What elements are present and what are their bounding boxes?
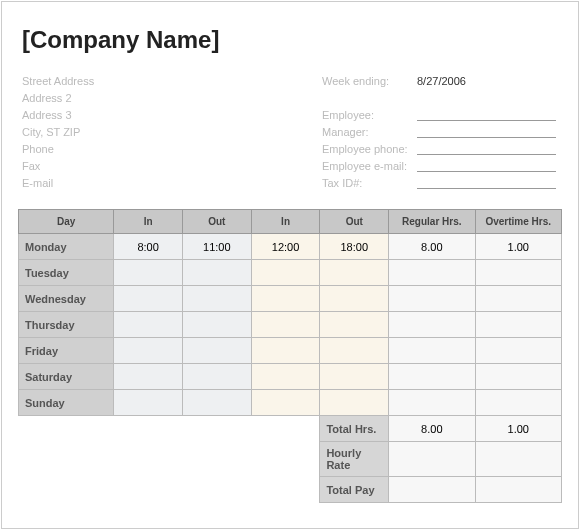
time-cell[interactable] bbox=[183, 260, 252, 286]
column-header: Day bbox=[19, 210, 114, 234]
time-cell[interactable] bbox=[114, 338, 183, 364]
time-cell[interactable] bbox=[114, 286, 183, 312]
address-line: Street Address bbox=[22, 72, 322, 89]
time-cell[interactable] bbox=[320, 286, 389, 312]
hours-cell[interactable]: 1.00 bbox=[475, 234, 561, 260]
hours-cell[interactable] bbox=[389, 260, 475, 286]
time-cell[interactable] bbox=[320, 312, 389, 338]
table-row: Saturday bbox=[19, 364, 562, 390]
time-cell[interactable] bbox=[320, 390, 389, 416]
column-header: Out bbox=[320, 210, 389, 234]
day-cell: Tuesday bbox=[19, 260, 114, 286]
timesheet-page: [Company Name] Street AddressAddress 2Ad… bbox=[1, 1, 579, 529]
time-cell[interactable] bbox=[251, 286, 320, 312]
meta-block: Week ending:8/27/2006Employee:Manager:Em… bbox=[322, 72, 562, 191]
meta-label: Employee phone: bbox=[322, 143, 417, 155]
hours-cell[interactable] bbox=[475, 338, 561, 364]
time-cell[interactable] bbox=[320, 364, 389, 390]
day-cell: Sunday bbox=[19, 390, 114, 416]
spacer-cell bbox=[114, 477, 183, 503]
address-line: Phone bbox=[22, 140, 322, 157]
hours-cell[interactable]: 8.00 bbox=[389, 234, 475, 260]
hours-cell[interactable] bbox=[475, 364, 561, 390]
time-cell[interactable]: 12:00 bbox=[251, 234, 320, 260]
time-cell[interactable] bbox=[251, 390, 320, 416]
address-line: Fax bbox=[22, 157, 322, 174]
meta-line: Employee: bbox=[322, 106, 562, 123]
column-header: In bbox=[251, 210, 320, 234]
spacer-cell bbox=[183, 477, 252, 503]
meta-line: Tax ID#: bbox=[322, 174, 562, 191]
time-cell[interactable] bbox=[183, 364, 252, 390]
meta-line: Manager: bbox=[322, 123, 562, 140]
column-header: Overtime Hrs. bbox=[475, 210, 561, 234]
input-underline[interactable] bbox=[417, 126, 556, 138]
table-row: Wednesday bbox=[19, 286, 562, 312]
summary-label: Total Hrs. bbox=[320, 416, 389, 442]
time-cell[interactable] bbox=[183, 338, 252, 364]
time-cell[interactable] bbox=[251, 260, 320, 286]
time-cell[interactable] bbox=[320, 338, 389, 364]
spacer-cell bbox=[183, 416, 252, 442]
summary-label: Total Pay bbox=[320, 477, 389, 503]
time-cell[interactable] bbox=[183, 312, 252, 338]
hours-cell[interactable] bbox=[475, 390, 561, 416]
hours-cell[interactable] bbox=[475, 312, 561, 338]
meta-label: Manager: bbox=[322, 126, 417, 138]
spacer-cell bbox=[19, 442, 114, 477]
summary-row: Total Pay bbox=[19, 477, 562, 503]
meta-label: Tax ID#: bbox=[322, 177, 417, 189]
meta-line: Employee phone: bbox=[322, 140, 562, 157]
time-cell[interactable] bbox=[251, 338, 320, 364]
summary-value[interactable] bbox=[475, 477, 561, 503]
spacer-cell bbox=[251, 442, 320, 477]
summary-value[interactable]: 1.00 bbox=[475, 416, 561, 442]
hours-cell[interactable] bbox=[475, 286, 561, 312]
time-cell[interactable] bbox=[114, 312, 183, 338]
input-underline[interactable] bbox=[417, 177, 556, 189]
spacer-cell bbox=[114, 442, 183, 477]
meta-label: Employee: bbox=[322, 109, 417, 121]
meta-line bbox=[322, 89, 562, 106]
input-underline[interactable] bbox=[417, 160, 556, 172]
time-cell[interactable]: 11:00 bbox=[183, 234, 252, 260]
summary-value[interactable] bbox=[389, 477, 475, 503]
spacer-cell bbox=[19, 416, 114, 442]
time-cell[interactable] bbox=[183, 390, 252, 416]
table-row: Monday8:0011:0012:0018:008.001.00 bbox=[19, 234, 562, 260]
time-cell[interactable] bbox=[114, 260, 183, 286]
summary-value[interactable] bbox=[389, 442, 475, 477]
spacer-cell bbox=[251, 416, 320, 442]
day-cell: Monday bbox=[19, 234, 114, 260]
hours-cell[interactable] bbox=[389, 390, 475, 416]
address-line: E-mail bbox=[22, 174, 322, 191]
address-block: Street AddressAddress 2Address 3City, ST… bbox=[22, 72, 322, 191]
summary-row: Total Hrs.8.001.00 bbox=[19, 416, 562, 442]
column-header: In bbox=[114, 210, 183, 234]
table-row: Tuesday bbox=[19, 260, 562, 286]
summary-value[interactable]: 8.00 bbox=[389, 416, 475, 442]
table-row: Sunday bbox=[19, 390, 562, 416]
time-cell[interactable] bbox=[251, 364, 320, 390]
time-cell[interactable] bbox=[251, 312, 320, 338]
summary-label: Hourly Rate bbox=[320, 442, 389, 477]
hours-cell[interactable] bbox=[389, 286, 475, 312]
hours-cell[interactable] bbox=[389, 364, 475, 390]
time-cell[interactable] bbox=[320, 260, 389, 286]
time-cell[interactable]: 8:00 bbox=[114, 234, 183, 260]
meta-line: Employee e-mail: bbox=[322, 157, 562, 174]
hours-cell[interactable] bbox=[475, 260, 561, 286]
time-cell[interactable] bbox=[114, 390, 183, 416]
spacer-cell bbox=[19, 477, 114, 503]
summary-value[interactable] bbox=[475, 442, 561, 477]
day-cell: Friday bbox=[19, 338, 114, 364]
hours-cell[interactable] bbox=[389, 338, 475, 364]
time-cell[interactable] bbox=[183, 286, 252, 312]
table-row: Thursday bbox=[19, 312, 562, 338]
input-underline[interactable] bbox=[417, 143, 556, 155]
meta-line: Week ending:8/27/2006 bbox=[322, 72, 562, 89]
time-cell[interactable] bbox=[114, 364, 183, 390]
input-underline[interactable] bbox=[417, 109, 556, 121]
hours-cell[interactable] bbox=[389, 312, 475, 338]
time-cell[interactable]: 18:00 bbox=[320, 234, 389, 260]
